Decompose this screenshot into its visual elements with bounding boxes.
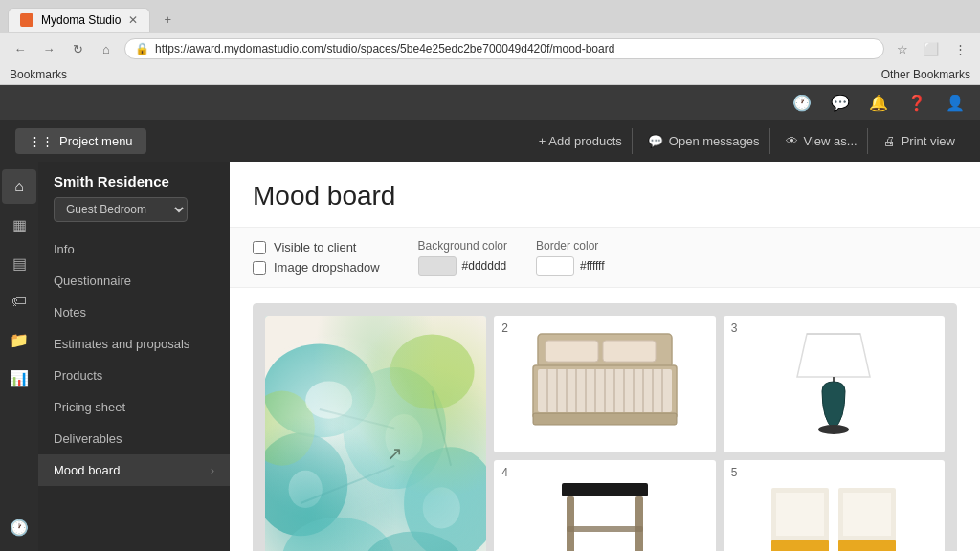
bookmarks-label: Bookmarks: [10, 68, 67, 81]
browser-tab-active[interactable]: Mydoma Studio ✕: [8, 8, 150, 32]
print-view-btn[interactable]: 🖨 Print view: [874, 128, 965, 154]
room-dropdown-container: Guest Bedroom Living Room Master Bedroom: [38, 193, 230, 233]
extensions-btn[interactable]: ⬜: [921, 38, 942, 59]
url-text: https://award.mydomastudio.com/studio/sp…: [155, 42, 874, 55]
pricing-label: Pricing sheet: [54, 400, 125, 414]
mood-item-5[interactable]: 5: [724, 460, 945, 551]
sidebar-item-products[interactable]: Products: [38, 360, 230, 391]
image-dropshadow-checkbox[interactable]: Image dropshadow: [253, 260, 380, 275]
sidebar-icon-folder[interactable]: 📁: [2, 322, 36, 357]
border-color-option: Border color #ffffff: [536, 239, 605, 276]
other-bookmarks[interactable]: Other Bookmarks: [881, 68, 970, 81]
user-icon[interactable]: 👤: [946, 94, 965, 112]
room-dropdown[interactable]: Guest Bedroom Living Room Master Bedroom: [54, 197, 188, 222]
abstract-svg: [767, 483, 901, 551]
deliverables-label: Deliverables: [54, 431, 122, 446]
board-options: Visible to client Image dropshadow Backg…: [230, 228, 980, 288]
mood-item-3[interactable]: 3: [724, 316, 945, 452]
view-as-btn[interactable]: 👁 View as...: [776, 128, 868, 154]
project-title[interactable]: Smith Residence: [38, 162, 230, 193]
bed-image: [494, 327, 715, 442]
sidebar-icon-layout[interactable]: ▤: [2, 246, 36, 280]
notification-bar: 🕐 💬 🔔 ❓ 👤: [0, 85, 980, 120]
message-bubble-icon: 💬: [648, 134, 663, 148]
sidebar-item-questionnaire[interactable]: Questionnaire: [38, 265, 230, 297]
url-bar[interactable]: 🔒 https://award.mydomastudio.com/studio/…: [124, 38, 884, 59]
background-color-swatch-row: #dddddd: [418, 256, 507, 276]
visible-to-client-checkbox[interactable]: Visible to client: [253, 240, 380, 254]
home-btn[interactable]: ⌂: [96, 38, 117, 59]
project-menu-label: Project menu: [59, 134, 133, 148]
new-tab-btn[interactable]: +: [154, 6, 181, 33]
sidebar-icon-clock[interactable]: 🕐: [2, 510, 36, 544]
menu-btn[interactable]: ⋮: [949, 38, 970, 59]
back-btn[interactable]: ←: [10, 38, 31, 59]
svg-point-6: [282, 518, 395, 551]
project-menu-btn[interactable]: ⋮⋮ Project menu: [15, 128, 146, 154]
visible-checkbox-input[interactable]: [253, 241, 266, 254]
side-table-image: [494, 472, 715, 552]
mood-item-1[interactable]: 1: [265, 316, 486, 551]
svg-point-5: [404, 447, 486, 551]
border-color-label: Border color: [536, 239, 605, 253]
mood-item-2-num: 2: [501, 321, 508, 335]
bookmark-star-btn[interactable]: ☆: [892, 38, 913, 59]
svg-rect-41: [562, 483, 648, 496]
icon-sidebar: ⌂ ▦ ▤ 🏷 📁 📊 🕐: [0, 162, 38, 551]
chevron-right-icon: ›: [211, 463, 214, 477]
mood-item-2[interactable]: 2: [494, 316, 715, 452]
svg-point-2: [343, 367, 446, 489]
open-messages-label: Open messages: [669, 134, 760, 148]
info-label: Info: [54, 242, 75, 256]
sidebar-icon-home[interactable]: ⌂: [2, 169, 36, 204]
background-color-value: #dddddd: [462, 259, 507, 273]
rug-svg: [265, 316, 486, 551]
lamp-image: [724, 327, 945, 442]
browser-chrome: Mydoma Studio ✕ + ← → ↻ ⌂ 🔒 https://awar…: [0, 0, 980, 85]
svg-point-12: [423, 487, 460, 528]
mood-item-5-num: 5: [731, 466, 738, 479]
bell-icon[interactable]: 🔔: [869, 94, 888, 112]
sidebar-item-info[interactable]: Info: [38, 233, 230, 265]
notes-label: Notes: [54, 305, 86, 320]
background-color-option: Background color #dddddd: [418, 239, 507, 276]
eye-icon: 👁: [786, 134, 798, 148]
svg-point-4: [390, 335, 474, 409]
mood-item-4-num: 4: [501, 466, 508, 479]
side-table-svg: [547, 478, 662, 552]
sidebar-icon-tag[interactable]: 🏷: [2, 284, 36, 319]
message-icon[interactable]: 💬: [831, 94, 850, 112]
sidebar-item-estimates[interactable]: Estimates and proposals: [38, 328, 230, 360]
mood-board-container: 1: [230, 288, 980, 551]
svg-rect-0: [265, 316, 486, 551]
mood-item-4[interactable]: 4: [494, 460, 715, 551]
color-options: Background color #dddddd Border color #f…: [418, 239, 605, 276]
content-area: Mood board Visible to client Image drops…: [230, 162, 980, 551]
svg-rect-48: [771, 540, 829, 551]
svg-line-13: [320, 409, 394, 429]
sidebar-item-notes[interactable]: Notes: [38, 297, 230, 328]
help-icon[interactable]: ❓: [907, 94, 926, 112]
sidebar-icon-grid[interactable]: ▦: [2, 208, 36, 242]
open-messages-btn[interactable]: 💬 Open messages: [638, 128, 770, 154]
tab-close-btn[interactable]: ✕: [128, 13, 138, 27]
forward-btn[interactable]: →: [38, 38, 59, 59]
sidebar-item-deliverables[interactable]: Deliverables: [38, 423, 230, 454]
sidebar-item-pricing[interactable]: Pricing sheet: [38, 391, 230, 423]
background-color-swatch[interactable]: [418, 256, 457, 276]
bed-svg: [519, 329, 691, 434]
add-products-label: + Add products: [539, 134, 622, 148]
lamp-svg: [786, 329, 881, 439]
browser-tabs: Mydoma Studio ✕ +: [0, 0, 980, 33]
print-icon: 🖨: [883, 134, 896, 148]
svg-point-10: [385, 414, 422, 461]
clock-icon[interactable]: 🕐: [792, 94, 812, 112]
sidebar-item-moodboard[interactable]: Mood board ›: [38, 454, 230, 486]
reload-btn[interactable]: ↻: [67, 38, 88, 59]
moodboard-label: Mood board: [54, 463, 120, 477]
add-products-btn[interactable]: + Add products: [529, 128, 633, 154]
dropshadow-checkbox-input[interactable]: [253, 261, 266, 275]
border-color-swatch[interactable]: [536, 256, 574, 276]
svg-marker-36: [797, 334, 870, 377]
sidebar-icon-chart[interactable]: 📊: [2, 361, 36, 395]
